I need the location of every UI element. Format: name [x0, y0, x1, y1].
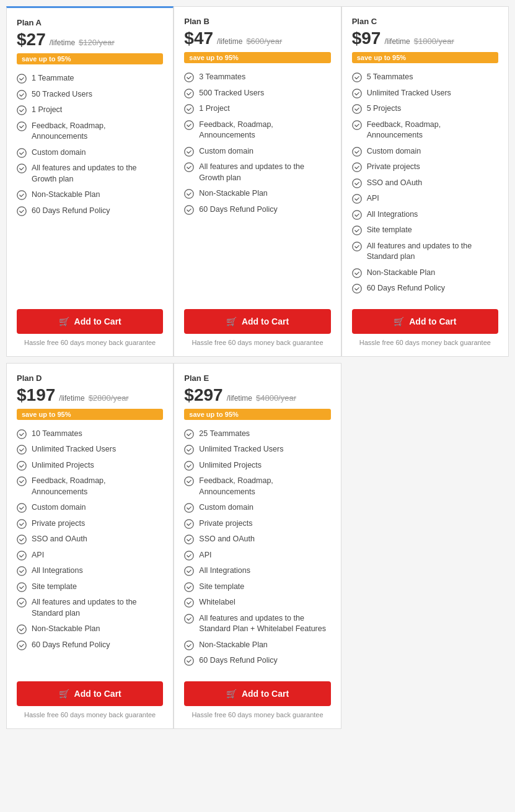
check-circle-icon: [184, 429, 194, 439]
plan-d-price-row: $197 /lifetime $2800/year: [17, 385, 163, 405]
svg-point-3: [17, 121, 26, 130]
feature-text: Custom domain: [32, 502, 86, 513]
feature-text: 60 Days Refund Policy: [367, 283, 445, 294]
check-circle-icon: [17, 566, 27, 576]
check-circle-icon: [17, 582, 27, 592]
check-circle-icon: [184, 461, 194, 471]
plan-d-add-to-cart-button[interactable]: 🛒 Add to Cart: [17, 681, 163, 706]
list-item: Feedback, Roadmap, Announcements: [184, 120, 330, 141]
plan-card-b: Plan B $47 /lifetime $600/year save up t…: [174, 6, 341, 357]
check-circle-icon: [17, 598, 27, 608]
list-item: API: [184, 550, 330, 561]
check-circle-icon: [17, 445, 27, 455]
svg-point-28: [352, 284, 361, 293]
list-item: 60 Days Refund Policy: [184, 204, 330, 216]
plan-card-c: Plan C $97 /lifetime $1800/year save up …: [341, 6, 509, 357]
feature-text: All features and updates to the Growth p…: [199, 162, 330, 183]
plan-a-price-row: $27 /lifetime $120/year: [17, 30, 163, 50]
svg-point-13: [185, 163, 193, 172]
list-item: 5 Projects: [352, 103, 498, 115]
check-circle-icon: [184, 551, 194, 561]
svg-point-45: [185, 477, 193, 486]
check-circle-icon: [352, 225, 362, 235]
plan-e-add-to-cart-button[interactable]: 🛒 Add to Cart: [184, 681, 330, 706]
plan-e-features: 25 Teammates Unlimited Tracked Users Unl…: [184, 429, 330, 671]
check-circle-icon: [352, 162, 362, 172]
check-circle-icon: [184, 582, 194, 592]
feature-text: Unlimited Tracked Users: [199, 444, 283, 455]
plan-d-guarantee: Hassle free 60 days money back guarantee: [17, 711, 163, 718]
plan-a-price: $27: [17, 30, 46, 50]
list-item: Non-Stackable Plan: [17, 190, 163, 201]
list-item: 3 Teammates: [184, 72, 330, 83]
svg-point-35: [17, 535, 26, 544]
list-item: 1 Project: [184, 103, 330, 115]
check-circle-icon: [17, 503, 27, 513]
feature-text: Feedback, Roadmap, Announcements: [367, 120, 498, 141]
feature-text: Custom domain: [32, 147, 86, 159]
check-circle-icon: [352, 210, 362, 220]
check-circle-icon: [352, 89, 362, 98]
feature-text: Feedback, Roadmap, Announcements: [32, 121, 163, 142]
check-circle-icon: [184, 503, 194, 513]
feature-text: Non-Stackable Plan: [367, 268, 435, 279]
check-circle-icon: [352, 120, 362, 130]
feature-text: 50 Tracked Users: [32, 89, 92, 100]
check-circle-icon: [184, 476, 194, 486]
list-item: All Integrations: [17, 565, 163, 577]
svg-point-47: [185, 519, 193, 528]
feature-text: Private projects: [32, 518, 85, 530]
feature-text: 5 Projects: [367, 103, 402, 115]
list-item: Feedback, Roadmap, Announcements: [184, 476, 330, 497]
feature-text: 60 Days Refund Policy: [32, 640, 110, 651]
check-circle-icon: [184, 189, 194, 199]
plan-c-add-to-cart-button[interactable]: 🛒 Add to Cart: [352, 309, 498, 334]
feature-text: All features and updates to the Standard…: [32, 597, 163, 619]
svg-point-0: [17, 74, 26, 83]
plan-c-price: $97: [352, 28, 381, 48]
plan-a-add-to-cart-button[interactable]: 🛒 Add to Cart: [17, 309, 163, 334]
list-item: Whitelabel: [184, 597, 330, 608]
svg-point-6: [17, 191, 26, 199]
list-item: All Integrations: [352, 209, 498, 220]
feature-text: 60 Days Refund Policy: [199, 204, 277, 216]
plan-c-name: Plan C: [352, 17, 498, 26]
feature-text: Custom domain: [367, 146, 421, 157]
svg-point-9: [185, 89, 193, 97]
plan-d-features: 10 Teammates Unlimited Tracked Users Unl…: [17, 429, 163, 671]
plan-e-original: $4800/year: [256, 393, 296, 403]
plan-d-button-label: Add to Cart: [74, 689, 121, 699]
bottom-plans-grid: Plan D $197 /lifetime $2800/year save up…: [6, 363, 509, 729]
feature-text: Feedback, Roadmap, Announcements: [32, 476, 163, 497]
svg-point-11: [185, 120, 193, 129]
list-item: API: [352, 193, 498, 204]
plan-b-add-to-cart-button[interactable]: 🛒 Add to Cart: [184, 309, 330, 334]
list-item: Feedback, Roadmap, Announcements: [17, 121, 163, 142]
svg-point-41: [17, 640, 26, 649]
plan-b-button-label: Add to Cart: [242, 317, 289, 326]
check-circle-icon: [17, 164, 27, 173]
feature-text: Non-Stackable Plan: [32, 190, 100, 201]
feature-text: All Integrations: [367, 209, 418, 220]
svg-point-39: [17, 598, 26, 607]
check-circle-icon: [17, 461, 27, 471]
svg-point-37: [17, 567, 26, 575]
feature-text: 5 Teammates: [367, 72, 413, 83]
list-item: Custom domain: [184, 146, 330, 157]
list-item: 60 Days Refund Policy: [17, 206, 163, 217]
check-circle-icon: [184, 519, 194, 529]
plan-e-button-label: Add to Cart: [242, 689, 289, 699]
plan-card-a: Plan A $27 /lifetime $120/year save up t…: [6, 6, 174, 357]
feature-text: 60 Days Refund Policy: [199, 655, 277, 666]
plan-b-price-row: $47 /lifetime $600/year: [184, 28, 330, 48]
check-circle-icon: [184, 535, 194, 544]
check-circle-icon: [17, 74, 27, 84]
list-item: All features and updates to the Growth p…: [184, 162, 330, 183]
list-item: Site template: [352, 225, 498, 236]
check-circle-icon: [17, 105, 27, 115]
check-circle-icon: [17, 206, 27, 216]
list-item: Private projects: [184, 518, 330, 530]
feature-text: Private projects: [199, 518, 252, 530]
svg-point-20: [352, 147, 361, 155]
plan-e-price-row: $297 /lifetime $4800/year: [184, 385, 330, 405]
